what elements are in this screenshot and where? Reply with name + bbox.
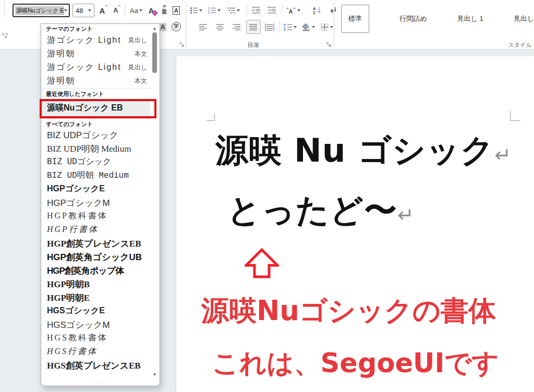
font-option-label: HGP明朝B [47,278,90,292]
font-option[interactable]: 游明朝本文 [41,74,150,88]
borders-button[interactable] [321,21,333,33]
font-dropdown-list: テーマのフォント游ゴシック Light見出し游明朝本文游ゴシック Light見出… [41,24,150,378]
svg-text:3: 3 [208,11,210,15]
font-option[interactable]: 游ゴシック Light見出し [41,33,150,47]
style-button[interactable]: 見出し [514,14,534,23]
chevron-down-icon[interactable] [88,9,91,11]
styles-group-label: スタイル [507,41,533,49]
enclose-character-button[interactable]: 字 [171,20,182,33]
font-dialog-launcher[interactable] [179,42,185,48]
chevron-down-icon [330,26,333,28]
font-option-label: HGP明朝E [47,292,90,306]
scroll-up-icon[interactable]: ▲ [152,26,157,31]
grow-font-button[interactable]: A ˆ [97,4,110,17]
chevron-down-icon[interactable] [64,9,67,11]
shrink-caret-icon: ˇ [118,5,120,10]
font-option-label: HGP行書体 [47,224,99,238]
grow-caret-icon: ˆ [105,5,107,10]
font-option-tag: 見出し [128,63,147,72]
chevron-down-icon [237,9,240,11]
paragraph-dialog-launcher[interactable] [326,42,332,48]
font-option[interactable]: BIZ UDゴシック [41,156,150,170]
show-formatting-marks-button[interactable] [327,4,338,17]
font-option[interactable]: HGS創英プレゼンスEB [41,360,150,373]
change-case-button[interactable]: Aa [127,4,145,17]
style-button[interactable]: 行間詰め [399,14,427,23]
document-text-line1[interactable]: 源暎 Nu ゴシック↵ [215,134,511,167]
document-text-line2[interactable]: とったど〜↵ [227,194,414,227]
chevron-down-icon [139,9,142,11]
numbered-list-button[interactable]: 123 [208,4,221,17]
group-divider [334,2,334,46]
font-option[interactable]: HGSゴシックM [41,319,150,333]
multilevel-list-button[interactable] [227,4,240,17]
font-option-label: HGP創英角ゴシックUB [47,251,142,265]
shrink-font-button[interactable]: A ˇ [111,4,123,17]
style-button[interactable]: 見出し 1 [457,14,483,23]
sort-z: Z [313,10,315,15]
svg-text:A: A [289,8,293,15]
font-option-label: BIZ UDゴシック [47,156,111,170]
font-option[interactable]: HGP創英角ゴシックUB [41,251,150,265]
distribute-button[interactable] [263,21,276,33]
font-option-label: HGS行書体 [47,346,98,360]
font-option[interactable]: BIZ UDPゴシック [41,129,150,143]
scrollbar-thumb[interactable] [152,32,157,73]
font-option-label: 游明朝 [47,76,75,87]
scroll-down-icon[interactable]: ▼ [152,372,157,377]
font-size-value: 48 [76,7,83,15]
dropdown-scrollbar[interactable]: ▲ ▼ [151,25,159,378]
margin-cropmark [510,111,511,121]
ruby-icon: ア 亜 [162,5,167,15]
enclose-border-button[interactable]: A [171,4,182,17]
align-center-button[interactable] [214,21,226,33]
font-option-tag: 本文 [135,77,147,85]
dropdown-resize-grip[interactable]: ···· [41,379,160,385]
font-option-label: HGPゴシックE [47,183,105,198]
bullet-list-button[interactable] [190,4,202,17]
red-up-arrow [245,248,279,278]
font-option[interactable]: HGPゴシックE [41,183,150,197]
line-spacing-button[interactable] [283,21,297,33]
align-right-button[interactable] [231,21,242,33]
font-size-combobox[interactable]: 48 [72,4,94,17]
font-name-value: 源暎Nuゴシック EB [15,6,64,15]
font-option[interactable]: HGP創英角ポップ体 [41,265,150,278]
font-option[interactable]: 游明朝本文 [41,47,150,60]
phonetic-guide-button[interactable]: ア 亜 [160,4,169,16]
font-name-combobox[interactable]: 源暎Nuゴシック EB [13,4,70,17]
shading-button[interactable] [302,21,315,33]
font-option-label: BIZ UDP明朝 Medium [47,143,131,157]
chevron-down-icon [199,9,202,11]
font-option[interactable]: HGS行書体 [41,346,150,360]
font-option[interactable]: 游ゴシック Light見出し [41,60,150,74]
font-option[interactable]: HGP創英プレゼンスEB [41,238,150,251]
decrease-indent-button[interactable] [250,4,262,17]
align-left-button[interactable] [198,21,209,33]
increase-indent-button[interactable] [266,4,277,17]
style-button[interactable]: 標準 [341,5,369,33]
font-option[interactable]: HGP明朝B [41,278,150,292]
justify-button[interactable] [246,20,261,34]
clear-formatting-button[interactable]: A [147,4,159,17]
separator [247,4,247,17]
chevron-down-icon [217,9,221,11]
font-option-label: BIZ UD明朝 Medium [47,170,129,184]
sort-button[interactable]: AZ [311,4,324,17]
font-dropdown: テーマのフォント游ゴシック Light見出し游明朝本文游ゴシック Light見出… [41,23,160,386]
separator [280,21,280,33]
font-option[interactable]: HGPゴシックM [41,197,150,211]
font-section-header: 最近使用したフォント [41,88,150,99]
font-option[interactable]: BIZ UD明朝 Medium [41,170,150,183]
font-option[interactable]: HGSゴシックE [41,305,150,319]
font-option[interactable]: HGP明朝E [41,292,150,305]
font-option[interactable]: HGP教科書体 [41,211,150,224]
font-option[interactable]: HGS教科書体 [41,333,150,346]
font-option[interactable]: HGP行書体 [41,224,150,238]
asian-layout-button[interactable]: A [286,4,300,17]
margin-cropmark [207,120,215,121]
font-option[interactable]: BIZ UDP明朝 Medium [41,143,150,156]
clipboard-dialog-launcher[interactable] [2,33,8,39]
margin-cropmark [510,120,520,121]
font-option-label: HGP創英角ポップ体 [47,265,124,279]
